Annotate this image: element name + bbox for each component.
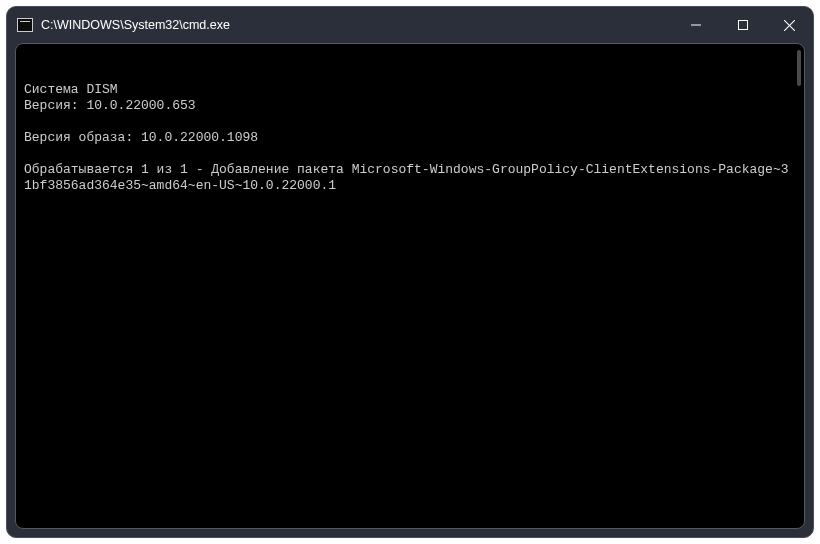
scrollbar-thumb[interactable] [797, 50, 801, 86]
window-controls [672, 7, 813, 43]
maximize-button[interactable] [719, 7, 766, 43]
terminal-output[interactable]: Cистема DISMВерсия: 10.0.22000.653Версия… [16, 44, 804, 528]
svg-rect-1 [738, 21, 747, 30]
output-line: Cистема DISM [24, 82, 796, 98]
minimize-button[interactable] [672, 7, 719, 43]
command-prompt-window: C:\WINDOWS\System32\cmd.exe Cистема DISM… [6, 6, 814, 538]
output-line: Обрабатывается 1 из 1 - Добавление пакет… [24, 162, 796, 194]
window-title: C:\WINDOWS\System32\cmd.exe [41, 18, 672, 32]
terminal-frame: Cистема DISMВерсия: 10.0.22000.653Версия… [15, 43, 805, 529]
output-line: Версия образа: 10.0.22000.1098 [24, 130, 796, 146]
close-button[interactable] [766, 7, 813, 43]
titlebar[interactable]: C:\WINDOWS\System32\cmd.exe [7, 7, 813, 43]
cmd-icon [17, 18, 33, 32]
output-line: Версия: 10.0.22000.653 [24, 98, 796, 114]
